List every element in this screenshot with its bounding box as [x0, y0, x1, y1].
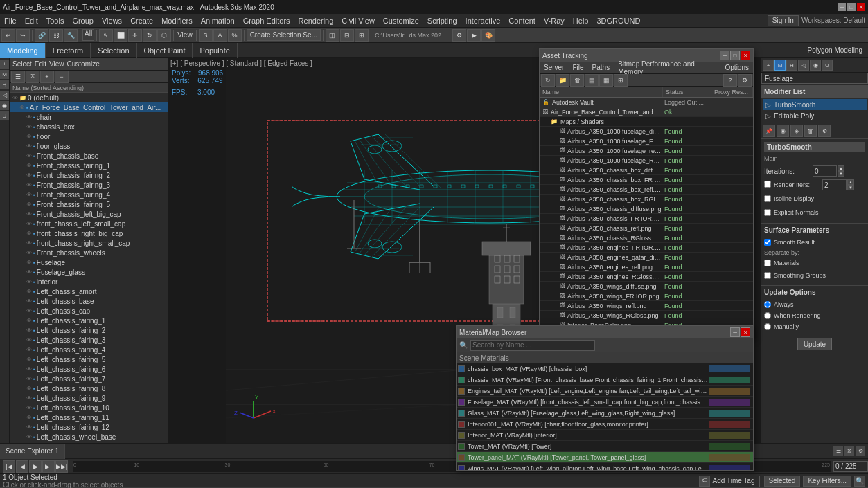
tree-item[interactable]: 👁 ▪ interior: [10, 277, 168, 287]
eye-icon[interactable]: 👁: [26, 143, 32, 150]
material-item[interactable]: chassis_box_MAT (VRayMtl) [chassis_box]: [457, 363, 753, 374]
asset-item[interactable]: 🖼 Airbus_A350_1000 fuselage_RGloss.png F…: [540, 156, 753, 165]
asset-close-btn[interactable]: ✕: [741, 51, 750, 60]
menu-scripting[interactable]: Scripting: [423, 14, 461, 27]
asset-item[interactable]: 🖼 Airbus_A350_1000 fuselage_refl.png Fou…: [540, 146, 753, 156]
tree-item[interactable]: 👁 ▪ Left_chassis_fairing_12: [10, 422, 168, 432]
edit-label[interactable]: Edit: [35, 60, 46, 68]
render-setup-button[interactable]: ⚙: [452, 29, 466, 42]
eye-icon[interactable]: 👁: [26, 250, 32, 256]
asset-item[interactable]: 🖼 Airbus_A350_chassis_refl.png Found: [540, 224, 753, 233]
tree-item[interactable]: 👁 ▪ chair: [10, 112, 168, 122]
create-panel-icon[interactable]: +: [763, 60, 774, 71]
prev-frame-btn[interactable]: ◀: [16, 460, 28, 473]
tree-item[interactable]: 👁 ▪ Front_chassis_fairing_5: [10, 199, 168, 209]
asset-item[interactable]: 🖼 Air_Force_Base_Control_Tower_and_Airpl…: [540, 107, 753, 117]
tab-populate[interactable]: Populate: [193, 43, 237, 58]
snap-toggle[interactable]: S: [199, 29, 213, 42]
eye-icon[interactable]: 👁: [26, 308, 32, 314]
tab-modeling[interactable]: Modeling: [0, 43, 46, 58]
configure-modifiers-icon[interactable]: ⚙: [818, 125, 831, 137]
tree-item[interactable]: 👁 📁 0 (default): [10, 93, 168, 102]
tree-item[interactable]: 👁 ▪ Left_chassis_fairing_7: [10, 374, 168, 383]
utilities-icon[interactable]: U: [0, 111, 9, 120]
menu-graph-editors[interactable]: Graph Editors: [239, 14, 294, 27]
asset-menu-bitmap[interactable]: Bitmap Performance and Memory: [614, 62, 720, 74]
tree-item[interactable]: 👁 ▪ front_chassis_right_small_cap: [10, 238, 168, 248]
iterations-up[interactable]: ▲: [838, 165, 844, 171]
eye-icon[interactable]: 👁: [26, 318, 32, 324]
select-region-button[interactable]: ⬜: [114, 29, 127, 42]
manually-radio[interactable]: [764, 323, 771, 330]
tree-item[interactable]: 👁 ▪ Left_chassis_fairing_1: [10, 316, 168, 325]
asset-item[interactable]: 🖼 Airbus_A350_engines_FR IOR.png Found: [540, 243, 753, 253]
mat-close-btn[interactable]: ✕: [741, 327, 750, 337]
maximize-button[interactable]: □: [847, 3, 856, 11]
tree-item[interactable]: 👁 ▪ Left_chassis_fairing_10: [10, 403, 168, 413]
asset-item[interactable]: 🖼 Airbus_A350_engines_qatar_diffuse.png …: [540, 253, 753, 262]
modify-icon[interactable]: M: [0, 70, 9, 79]
eye-icon[interactable]: 👁: [26, 269, 32, 275]
go-end-btn[interactable]: ▶▶|: [55, 460, 68, 473]
asset-view-btn1[interactable]: ▤: [585, 74, 599, 87]
menu-content[interactable]: Content: [504, 14, 540, 27]
render-button[interactable]: ▶: [467, 29, 481, 42]
asset-help-btn[interactable]: ?: [723, 74, 737, 87]
menu-vray[interactable]: V-Ray: [540, 14, 569, 27]
material-item[interactable]: wings_MAT (VRayMtl) [Left_wing_aileron,L…: [457, 463, 753, 470]
unlink-button[interactable]: ⛓: [49, 29, 63, 42]
undo-button[interactable]: ↩: [1, 29, 15, 42]
filter-select[interactable]: All: [82, 29, 94, 41]
scale-button[interactable]: ⬡: [157, 29, 171, 42]
menu-edit[interactable]: Edit: [21, 14, 42, 27]
selected-button[interactable]: Selected: [764, 476, 801, 487]
show-end-result-icon[interactable]: ◉: [777, 125, 789, 137]
material-item[interactable]: Interior_MAT (VRayMtl) [interior]: [457, 430, 753, 441]
material-item[interactable]: Engines_tail_MAT (VRayMtl) [Left_engine,…: [457, 386, 753, 397]
add-time-tag-icon[interactable]: 🏷: [699, 476, 710, 487]
asset-item[interactable]: 🖼 Airbus_A350_wings_FR IOR.png Found: [540, 291, 753, 301]
when-rendering-radio[interactable]: [764, 312, 771, 319]
bind-button[interactable]: 🔧: [64, 29, 78, 42]
se-list-icon[interactable]: ☰: [833, 446, 843, 456]
search-icon[interactable]: 🔍: [854, 476, 865, 487]
eye-icon[interactable]: 👁: [26, 163, 32, 169]
update-button[interactable]: Update: [797, 338, 832, 350]
asset-item[interactable]: 🖼 Airbus_A350_chassis_box_RGloss.png Fou…: [540, 195, 753, 204]
menu-3dground[interactable]: 3DGROUND: [592, 14, 644, 27]
asset-item[interactable]: 🖼 Airbus_A350_chassis_diffuse.png Found: [540, 204, 753, 214]
explicit-normals-checkbox[interactable]: [764, 209, 771, 216]
link-button[interactable]: 🔗: [35, 29, 48, 42]
asset-item[interactable]: 📁 Maps / Shaders: [540, 117, 753, 127]
minimize-button[interactable]: ─: [838, 3, 846, 11]
asset-item[interactable]: 🖼 Airbus_A350_chassis_RGloss.png Found: [540, 233, 753, 243]
asset-view-btn3[interactable]: ⊞: [614, 74, 628, 87]
time-input[interactable]: [833, 461, 868, 472]
tree-item[interactable]: 👁 ▪ Front_chassis_fairing_3: [10, 180, 168, 190]
display-icon[interactable]: ◉: [0, 101, 9, 110]
eye-icon[interactable]: 👁: [26, 356, 32, 363]
pin-stack-icon[interactable]: 📌: [763, 125, 775, 137]
select-label[interactable]: Select: [12, 60, 32, 68]
asset-item[interactable]: 🖼 Airbus_A350_chassis_FR IOR.png Found: [540, 214, 753, 224]
array-button[interactable]: ⊞: [355, 29, 369, 42]
material-item[interactable]: Glass_MAT (VRayMtl) [Fuselage_glass,Left…: [457, 408, 753, 419]
angle-snap[interactable]: A: [213, 29, 227, 42]
percent-snap[interactable]: %: [228, 29, 242, 42]
eye-icon[interactable]: 👁: [26, 211, 32, 217]
material-item[interactable]: chassis_MAT (VRayMtl) [Front_chassis_bas…: [457, 374, 753, 386]
hierarchy-panel-icon[interactable]: H: [786, 60, 797, 71]
tree-item[interactable]: 👁 ▪ front_chassis_right_big_cap: [10, 228, 168, 238]
asset-item[interactable]: 🖼 Airbus_A350_chassis_box_FR IOR.png Fou…: [540, 175, 753, 185]
add-time-tag-label[interactable]: Add Time Tag: [713, 477, 755, 485]
eye-icon[interactable]: 👁: [26, 153, 32, 159]
play-btn[interactable]: ▶: [29, 460, 42, 473]
tree-item[interactable]: 👁 ▪ Left_chassis_fairing_6: [10, 364, 168, 374]
asset-item[interactable]: 🖼 Airbus_A350_1000 fuselage_FR IOR.png F…: [540, 136, 753, 146]
tree-item[interactable]: 👁 ▪ Left_chassis_wheel_base: [10, 432, 168, 442]
tree-item[interactable]: 👁 ▪ Left_chassis_fairing_3: [10, 335, 168, 345]
eye-icon[interactable]: 👁: [26, 298, 32, 305]
menu-interactive[interactable]: Interactive: [461, 14, 505, 27]
asset-view-btn2[interactable]: ▦: [599, 74, 613, 87]
render-iters-up[interactable]: ▲: [847, 179, 854, 185]
